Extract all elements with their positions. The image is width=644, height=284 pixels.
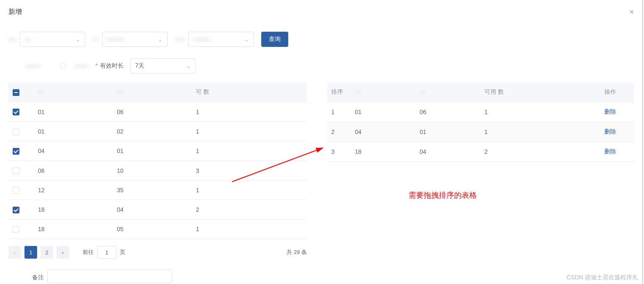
watermark: CSDN @迪士尼在逃程序丸 [566, 274, 638, 281]
filter2-label: --- [93, 36, 99, 43]
cell-c: 1 [480, 122, 600, 142]
col1-header: --- [38, 89, 44, 96]
cell-b: 06 [113, 102, 192, 122]
table-row: 18042 [8, 200, 307, 219]
rcol2-header: --- [419, 89, 425, 96]
filter-row-2: -------- ------- * 有效时长 7天 ⌄ [25, 58, 196, 74]
delete-button[interactable]: 删除 [604, 148, 616, 155]
pagination-total: 共 29 条 [287, 248, 307, 256]
table-row: 01021 [8, 122, 307, 141]
table-row[interactable]: 318042删除 [327, 142, 634, 162]
sortable-table: 排序 --- --- 可用 数 操作 101061删除204011删除31804… [327, 82, 634, 162]
search-button[interactable]: 查询 [261, 32, 288, 47]
table-row: 06103 [8, 161, 307, 180]
cell-b: 04 [113, 200, 192, 219]
cell-b: 05 [113, 219, 192, 239]
cell-c: 1 [192, 180, 307, 200]
valid-duration-value: 7天 [135, 62, 144, 70]
page-1-button[interactable]: 1 [24, 246, 37, 259]
next-page-button[interactable]: › [57, 246, 69, 259]
valid-label-text: 有效时长 [100, 62, 124, 69]
valid-duration-select[interactable]: 7天 ⌄ [130, 58, 196, 74]
right-table-panel: 排序 --- --- 可用 数 操作 101061删除204011删除31804… [327, 82, 634, 259]
col2-header: --- [117, 89, 123, 96]
action-header: 操作 [600, 82, 634, 102]
chevron-down-icon: ⌄ [76, 36, 81, 43]
modal-title: 新增 [8, 8, 22, 16]
cell-a: 04 [34, 141, 113, 161]
row-checkbox[interactable] [13, 226, 19, 233]
main-area: --- --- 可 数 0106101021040110610312351180… [8, 82, 634, 259]
order-header: 排序 [327, 82, 351, 102]
cell-c: 1 [192, 141, 307, 161]
cell-b: 35 [113, 180, 192, 200]
col3-header: 可 数 [196, 88, 209, 95]
filter1-select[interactable]: --- ⌄ [20, 32, 85, 47]
annotation-text: 需要拖拽排序的表格 [409, 190, 477, 200]
chevron-down-icon: ⌄ [244, 36, 249, 43]
cell-a: 06 [34, 161, 113, 180]
row-checkbox[interactable] [13, 109, 19, 115]
chevron-down-icon: ⌄ [186, 63, 191, 69]
cell-a: 01 [34, 122, 113, 141]
radio-icon[interactable] [60, 63, 66, 69]
prev-page-button[interactable]: ‹ [8, 246, 21, 259]
filter-row-1: ---- --- ⌄ --- --------- ⌄ ----- -------… [8, 32, 288, 47]
table-row: 01061 [8, 102, 307, 122]
goto-suffix: 页 [120, 248, 125, 256]
remark-label: 备注 [32, 274, 44, 281]
close-icon[interactable]: × [629, 8, 634, 16]
chevron-right-icon: › [62, 249, 64, 256]
left-table-panel: --- --- 可 数 0106101021040110610312351180… [8, 82, 307, 259]
filter1-value: --- [24, 36, 30, 43]
cell-c: 3 [192, 161, 307, 180]
delete-button[interactable]: 删除 [604, 128, 616, 135]
filter2-value: --------- [107, 36, 124, 43]
cell-b: 04 [415, 142, 480, 162]
row-checkbox[interactable] [13, 167, 19, 174]
cell-a: 01 [34, 102, 113, 122]
required-asterisk-icon: * [95, 62, 97, 69]
remark-input[interactable] [47, 270, 172, 283]
option1: -------- [25, 63, 41, 69]
cell-c: 1 [192, 122, 307, 141]
cell-b: 01 [113, 141, 192, 161]
table-row[interactable]: 101061删除 [327, 102, 634, 122]
option2: ------- [75, 63, 89, 69]
cell-a: 18 [34, 219, 113, 239]
goto-prefix: 前往 [83, 248, 94, 256]
table-row: 12351 [8, 180, 307, 200]
select-all-checkbox[interactable] [13, 89, 19, 96]
row-checkbox[interactable] [13, 187, 19, 194]
goto-page-input[interactable] [97, 246, 116, 259]
cell-c: 2 [480, 142, 600, 162]
filter3-select[interactable]: --------- ⌄ [188, 32, 254, 47]
cell-c: 1 [192, 102, 307, 122]
row-checkbox[interactable] [13, 148, 19, 155]
cell-order: 1 [327, 102, 351, 122]
cell-b: 02 [113, 122, 192, 141]
table-row[interactable]: 204011删除 [327, 122, 634, 142]
pagination: ‹ 1 2 › 前往 页 共 29 条 [8, 246, 307, 259]
cell-order: 2 [327, 122, 351, 142]
table-row: 18051 [8, 219, 307, 239]
cell-c: 1 [480, 102, 600, 122]
cell-c: 2 [192, 200, 307, 219]
cell-a: 04 [351, 122, 415, 142]
modal-root: 新增 × ---- --- ⌄ --- --------- ⌄ ----- --… [0, 0, 643, 284]
cell-c: 1 [192, 219, 307, 239]
valid-duration-label: * 有效时长 [95, 62, 124, 70]
chevron-left-icon: ‹ [14, 249, 16, 256]
cell-b: 06 [415, 102, 480, 122]
cell-a: 18 [34, 200, 113, 219]
source-table: --- --- 可 数 0106101021040110610312351180… [8, 82, 307, 239]
delete-button[interactable]: 删除 [604, 108, 616, 115]
page-2-button[interactable]: 2 [41, 246, 53, 259]
row-checkbox[interactable] [13, 128, 19, 135]
chevron-down-icon: ⌄ [158, 36, 163, 43]
cell-order: 3 [327, 142, 351, 162]
filter1-label: ---- [8, 36, 16, 43]
row-checkbox[interactable] [13, 207, 19, 213]
cell-a: 18 [351, 142, 415, 162]
filter2-select[interactable]: --------- ⌄ [102, 32, 168, 47]
